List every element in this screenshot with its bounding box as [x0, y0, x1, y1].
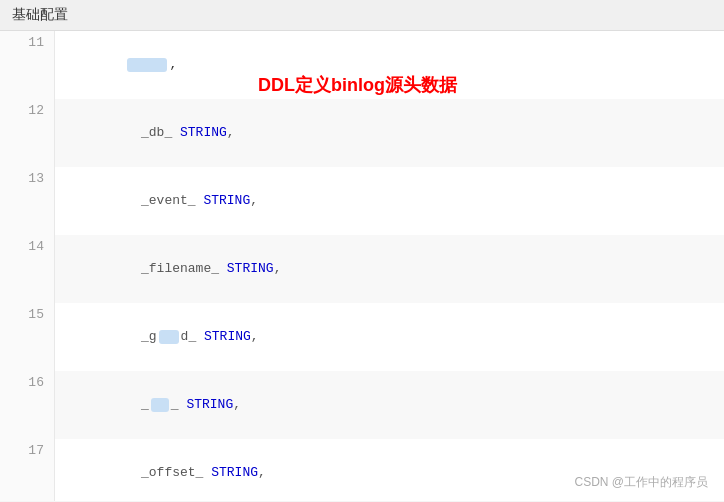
code-content: _db_ STRING,: [54, 99, 724, 167]
code-content: _offset_ STRING,: [54, 439, 724, 501]
table-row: 13 _event_ STRING,: [0, 167, 724, 235]
line-number: 12: [0, 99, 54, 167]
code-content: _gd_ STRING,: [54, 303, 724, 371]
table-row: 17 _offset_ STRING,: [0, 439, 724, 501]
table-row: 15 _gd_ STRING,: [0, 303, 724, 371]
line-number: 17: [0, 439, 54, 501]
table-row: 11 ,: [0, 31, 724, 99]
code-table: 11 , 12 _db_ STRING, 13 _event_ STRING, …: [0, 31, 724, 501]
table-row: 16 __ STRING,: [0, 371, 724, 439]
line-number: 13: [0, 167, 54, 235]
code-container: DDL定义binlog源头数据 11 , 12 _db_ STRING, 13 …: [0, 31, 724, 501]
code-content: __ STRING,: [54, 371, 724, 439]
code-content: _event_ STRING,: [54, 167, 724, 235]
table-row: 12 _db_ STRING,: [0, 99, 724, 167]
top-bar-label: 基础配置: [12, 6, 68, 22]
line-number: 15: [0, 303, 54, 371]
code-content: _filename_ STRING,: [54, 235, 724, 303]
watermark: CSDN @工作中的程序员: [574, 474, 708, 491]
line-number: 11: [0, 31, 54, 99]
top-bar: 基础配置: [0, 0, 724, 31]
table-row: 14 _filename_ STRING,: [0, 235, 724, 303]
line-number: 16: [0, 371, 54, 439]
code-content: ,: [54, 31, 724, 99]
line-number: 14: [0, 235, 54, 303]
